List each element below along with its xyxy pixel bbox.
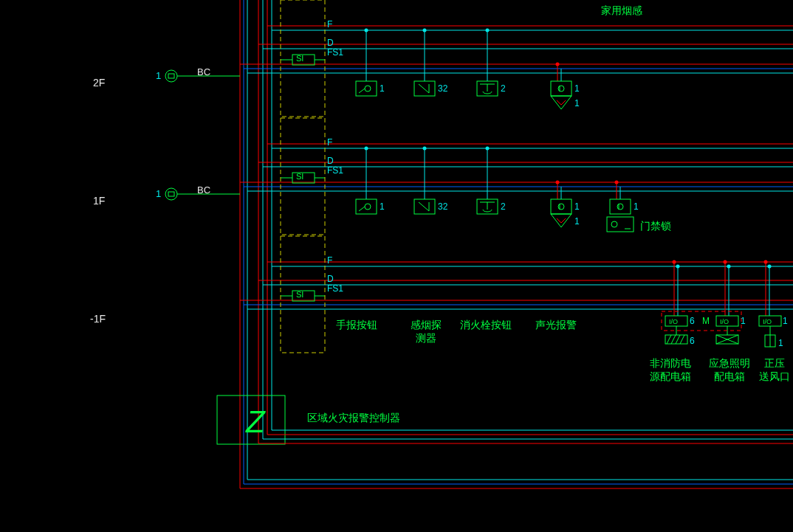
smoke-label: 感烟探测器: [404, 319, 448, 345]
svg-rect-73: [551, 199, 571, 214]
controller-label: 区域火灾报警控制器: [307, 412, 400, 425]
f-1f: F: [327, 137, 332, 148]
si-b1: SI: [296, 290, 303, 299]
svg-point-63: [486, 147, 490, 151]
svg-rect-71: [414, 199, 435, 214]
door-qty-1f: 1: [634, 201, 639, 212]
svg-point-97: [727, 265, 731, 269]
svg-rect-76: [610, 199, 631, 214]
svg-point-96: [676, 265, 680, 269]
svg-text:I/O: I/O: [720, 318, 729, 325]
svg-point-74: [558, 204, 564, 210]
manual-qty-1f: 1: [380, 201, 385, 212]
hydrant-qty-2f: 2: [501, 83, 506, 94]
d-2f: D: [327, 38, 334, 48]
av-qty-1f: 1: [574, 201, 580, 212]
damper-io-qty: 1: [783, 316, 788, 326]
svg-point-40: [558, 86, 564, 91]
svg-rect-39: [551, 81, 571, 96]
svg-rect-79: [607, 217, 634, 232]
fire-alarm-riser-diagram: Z: [0, 0, 793, 532]
svg-point-103: [724, 260, 727, 264]
svg-point-61: [365, 147, 368, 151]
fs1-2f: FS1: [327, 47, 343, 58]
d-b1: D: [327, 274, 334, 284]
svg-point-35: [365, 86, 371, 91]
bc-qty-1f: 1: [156, 188, 161, 199]
svg-line-117: [676, 335, 680, 344]
floor-b1: -1F: [90, 313, 106, 325]
smoke-qty-1f: 32: [438, 201, 447, 212]
emlight-io-qty: 1: [741, 316, 746, 326]
svg-point-67: [615, 181, 619, 184]
title-top: 家用烟感: [601, 4, 642, 18]
fs1-1f: FS1: [327, 165, 343, 176]
npower-label: 非消防电源配电箱: [644, 357, 697, 384]
floor-1f: 1F: [93, 195, 105, 207]
hydrant-label: 消火栓按钮: [460, 319, 512, 332]
damper-qty2: 1: [778, 338, 783, 348]
svg-rect-34: [356, 81, 377, 96]
bc-2f: BC: [197, 66, 210, 77]
manual-label: 手报按钮: [336, 319, 377, 332]
av-qty2-1f: 1: [574, 216, 580, 227]
svg-point-77: [617, 204, 623, 210]
bc-1f: BC: [197, 184, 210, 196]
svg-text:I/O: I/O: [669, 318, 678, 325]
svg-line-116: [671, 335, 676, 344]
svg-point-33: [556, 63, 560, 66]
svg-line-36: [359, 89, 365, 93]
svg-rect-20: [168, 74, 174, 78]
av-qty-2f: 1: [574, 83, 580, 94]
fs1-b1: FS1: [327, 283, 343, 294]
m-label: M: [702, 316, 710, 326]
svg-point-50: [165, 188, 177, 200]
manual-qty-2f: 1: [380, 83, 385, 94]
svg-point-80: [611, 221, 617, 227]
bc-qty-2f: 1: [156, 70, 161, 81]
av-qty2-2f: 1: [574, 98, 580, 108]
smoke-qty-2f: 32: [438, 83, 447, 94]
svg-text:I/O: I/O: [763, 318, 772, 325]
emlight-label: 应急照明配电箱: [703, 357, 756, 384]
svg-point-98: [768, 265, 772, 269]
svg-point-104: [764, 260, 768, 264]
door-label: 门禁锁: [640, 220, 671, 233]
svg-line-118: [680, 335, 684, 344]
si-1f: SI: [296, 172, 303, 181]
svg-rect-37: [414, 81, 435, 96]
controller-symbol: Z: [245, 404, 266, 439]
hydrant-qty-1f: 2: [501, 201, 506, 212]
svg-point-62: [423, 147, 427, 151]
npower-hatch-qty: 6: [690, 336, 695, 346]
si-2f: SI: [296, 54, 303, 63]
floor-2f: 2F: [93, 77, 105, 89]
f-b1: F: [327, 255, 332, 266]
svg-line-115: [667, 335, 671, 344]
npower-io-qty: 6: [690, 316, 695, 326]
svg-point-31: [486, 29, 490, 32]
svg-line-70: [359, 207, 365, 211]
svg-point-102: [673, 260, 676, 264]
svg-rect-51: [168, 192, 174, 196]
d-1f: D: [327, 156, 334, 166]
svg-point-29: [365, 29, 368, 32]
svg-point-69: [365, 204, 371, 210]
av-label: 声光报警: [535, 319, 577, 332]
svg-point-19: [165, 70, 177, 82]
svg-rect-68: [356, 199, 377, 214]
svg-point-66: [556, 181, 560, 184]
svg-point-30: [423, 29, 427, 32]
damper-label: 正压送风口: [756, 357, 793, 384]
f-2f: F: [327, 19, 332, 30]
